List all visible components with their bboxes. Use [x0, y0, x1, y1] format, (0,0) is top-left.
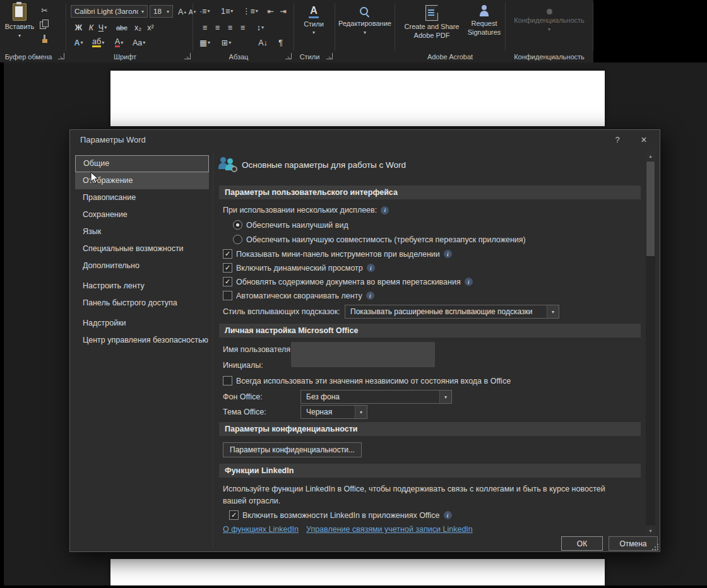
change-case-button[interactable]: Aa▾ [131, 37, 146, 49]
strikethrough-button[interactable]: abc [115, 21, 129, 33]
minitoolbar-label: Показывать мини-панель инструментов при … [236, 250, 440, 259]
confidentiality-label: Конфиденциальность [514, 16, 585, 25]
privacy-settings-button[interactable]: Параметры конфиденциальности... [223, 442, 362, 457]
multilevel-list-button[interactable]: ⋮≡▾ [241, 5, 259, 17]
font-name-combo[interactable]: Calibri Light (Заголов ▾ [71, 5, 148, 18]
dialog-launcher-icon[interactable] [285, 53, 292, 59]
sidebar-item-quick-access-toolbar[interactable]: Панель быстрого доступа [75, 295, 209, 312]
font-color-button[interactable]: А▾ [112, 37, 126, 49]
underline-button[interactable]: Ч▾ [96, 21, 109, 33]
shading-button[interactable]: ▦▾ [198, 37, 211, 49]
chevron-down-icon: ▾ [229, 40, 231, 45]
linkedin-manage-link[interactable]: Управление связями учетной записи Linked… [306, 525, 473, 534]
tooltip-style-value: Показывать расширенные всплывающие подск… [345, 307, 547, 316]
group-label-confidentiality: Конфиденциальность [506, 53, 593, 61]
text-effects-icon: А [74, 38, 80, 47]
borders-button[interactable]: ⊞▾ [220, 37, 233, 49]
line-spacing-icon: ↕ [257, 23, 261, 32]
mouse-cursor [90, 172, 99, 184]
subscript-button[interactable]: x₂ [131, 21, 145, 33]
increase-indent-button[interactable]: ⇥ [276, 5, 290, 17]
office-theme-select[interactable]: Черная ▾ [300, 405, 367, 419]
create-pdf-button[interactable]: Create and Share Adobe PDF [399, 5, 465, 40]
checkbox-collapse-ribbon[interactable] [223, 291, 232, 300]
sidebar-item-accessibility[interactable]: Специальные возможности [75, 240, 209, 257]
checkbox-linkedin[interactable]: ✓ [229, 510, 239, 520]
sidebar-item-advanced[interactable]: Дополнительно [75, 257, 209, 274]
sidebar-item-general[interactable]: Общие [75, 155, 209, 172]
decrease-indent-button[interactable]: ⇤ [264, 5, 277, 17]
sort-button[interactable]: А↓ [256, 37, 270, 49]
scrollbar[interactable]: ▲ ▼ [646, 151, 655, 536]
sidebar-item-trust-center[interactable]: Центр управления безопасностью [75, 332, 209, 349]
checkbox-live-preview[interactable]: ✓ [223, 263, 232, 273]
dialog-launcher-icon[interactable] [58, 53, 64, 59]
dialog-launcher-icon[interactable] [326, 53, 333, 59]
numbering-icon: 1≡ [221, 7, 230, 16]
linkedin-enable-row: ✓ Включить возможности LinkedIn в прилож… [229, 510, 452, 520]
office-theme-label: Тема Office: [223, 408, 266, 416]
superscript-button[interactable]: x² [144, 21, 157, 33]
highlight-color-button[interactable]: аб▾ [91, 37, 105, 49]
tooltip-style-select[interactable]: Показывать расширенные всплывающие подск… [345, 305, 559, 319]
people-icon-part [220, 157, 226, 163]
align-right-button[interactable]: ≡ [223, 21, 237, 33]
align-justify-button[interactable]: ≡ [236, 21, 249, 33]
linkedin-about-link[interactable]: О функциях LinkedIn [223, 525, 299, 534]
decrease-indent-icon: ⇤ [267, 6, 273, 16]
chevron-down-icon: ▾ [364, 30, 366, 35]
format-painter-button[interactable] [40, 35, 49, 46]
sidebar-item-language[interactable]: Язык [75, 223, 209, 240]
bullets-icon: ∙≡ [200, 7, 207, 16]
radio-compat-label: Обеспечить наилучшую совместимость (треб… [246, 235, 526, 244]
chevron-down-icon: ▾ [256, 9, 258, 14]
info-icon [444, 250, 452, 258]
align-center-button[interactable]: ≡ [211, 21, 224, 33]
superscript-icon: x² [147, 23, 153, 32]
office-background-select[interactable]: Без фона ▾ [300, 390, 452, 404]
cancel-button[interactable]: Отмена [609, 536, 658, 551]
editing-button[interactable]: Редактирование ▾ [339, 6, 391, 35]
scroll-up-button[interactable]: ▲ [646, 151, 655, 161]
align-justify-icon: ≡ [241, 23, 245, 32]
text-effects-button[interactable]: А▾ [72, 37, 85, 49]
request-signatures-button[interactable]: Request Signatures [466, 5, 502, 37]
close-button[interactable]: × [633, 132, 655, 148]
ribbon-group-clipboard: Вставить ▾ ✂ Буфер обмена [0, 0, 66, 62]
sidebar-item-proofing[interactable]: Правописание [75, 189, 209, 206]
scroll-down-button[interactable]: ▼ [646, 526, 655, 536]
ribbon-group-editing: Редактирование ▾ [335, 0, 394, 62]
copy-button[interactable] [40, 20, 49, 31]
bullets-button[interactable]: ∙≡▾ [198, 5, 211, 17]
ribbon-group-confidentiality: Конфиденциальность ▾ Конфиденциальность [506, 0, 593, 62]
live-preview-label: Включить динамический просмотр [236, 264, 363, 273]
bold-button[interactable]: Ж [72, 21, 85, 33]
radio-compat-row: Обеспечить наилучшую совместимость (треб… [233, 235, 526, 244]
checkbox-minitoolbar[interactable]: ✓ [223, 249, 232, 259]
paste-button[interactable]: Вставить ▾ [4, 3, 35, 38]
line-spacing-button[interactable]: ↕▾ [254, 21, 267, 33]
checkbox-drag-update[interactable]: ✓ [223, 277, 232, 286]
sidebar-item-addins[interactable]: Надстройки [75, 315, 209, 332]
sidebar-item-customize-ribbon[interactable]: Настроить ленту [75, 278, 209, 295]
help-button[interactable]: ? [607, 132, 628, 148]
numbering-button[interactable]: 1≡▾ [220, 5, 234, 17]
radio-best-look[interactable] [233, 220, 242, 230]
ribbon-group-styles: А Стили ▾ Стили [294, 0, 334, 62]
align-left-button[interactable]: ≡ [198, 21, 211, 33]
confidentiality-button[interactable]: Конфиденциальность ▾ [512, 5, 586, 32]
scrollbar-thumb[interactable] [646, 162, 655, 256]
ok-button[interactable]: ОК [561, 536, 603, 551]
sidebar-item-save[interactable]: Сохранение [75, 206, 209, 223]
show-marks-button[interactable]: ¶ [274, 37, 287, 49]
font-size-combo[interactable]: 18 ▾ [150, 5, 173, 18]
radio-best-look-row: Обеспечить наилучший вид [233, 220, 348, 230]
checkbox-always-use-values[interactable] [223, 376, 232, 385]
chevron-down-icon: ▾ [81, 40, 83, 45]
styles-button[interactable]: А Стили ▾ [298, 5, 330, 35]
cut-button[interactable]: ✂ [38, 4, 51, 16]
radio-compatibility[interactable] [233, 235, 242, 244]
font-color-icon: А [115, 38, 120, 48]
dialog-launcher-icon[interactable] [184, 53, 191, 59]
resize-grip[interactable] [652, 544, 658, 550]
